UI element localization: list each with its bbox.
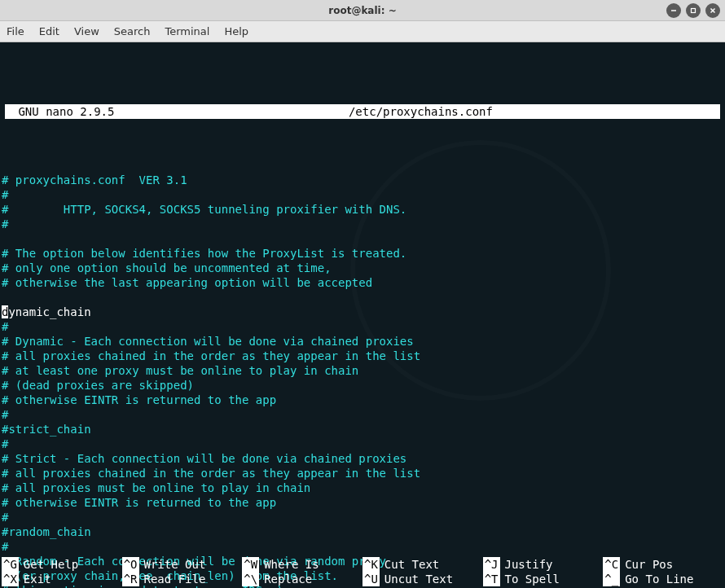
file-line: # <box>2 407 723 422</box>
window-titlebar: root@kali: ~ <box>0 0 725 21</box>
file-line: # proxychains.conf VER 3.1 <box>2 173 723 187</box>
nano-shortcut-label: Write Out <box>144 557 206 572</box>
nano-file-content[interactable]: # proxychains.conf VER 3.1## HTTP, SOCKS… <box>0 163 725 588</box>
nano-shortcut: ^\Replace <box>242 572 362 586</box>
nano-shortcut-label: To Spell <box>505 572 560 586</box>
menu-terminal[interactable]: Terminal <box>165 25 209 37</box>
terminal-area[interactable]: GNU nano 2.9.5 /etc/proxychains.conf # p… <box>0 42 725 588</box>
nano-shortcut-key: ^O <box>122 557 139 572</box>
nano-shortcut-key: ^G <box>2 557 19 572</box>
nano-header-bar: GNU nano 2.9.5 /etc/proxychains.conf <box>5 104 720 119</box>
file-line: # otherwise the last appearing option wi… <box>2 275 723 290</box>
file-line <box>2 290 723 305</box>
file-line: # otherwise EINTR is returned to the app <box>2 393 723 407</box>
file-line: # The option below identifies how the Pr… <box>2 246 723 261</box>
file-line: # HTTP, SOCKS4, SOCKS5 tunneling proxifi… <box>2 202 723 217</box>
svg-rect-1 <box>692 9 696 13</box>
nano-shortcut: ^GGet Help <box>2 557 122 572</box>
nano-shortcut: ^XExit <box>2 572 122 586</box>
file-line <box>2 231 723 246</box>
file-line: # <box>2 187 723 202</box>
close-button[interactable] <box>705 3 720 18</box>
nano-shortcut: ^TTo Spell <box>483 572 604 586</box>
nano-shortcut: ^KCut Text <box>362 557 483 572</box>
nano-shortcut: ^WWhere Is <box>242 557 362 572</box>
nano-shortcut-label: Justify <box>505 557 553 572</box>
nano-shortcut-key: ^T <box>483 572 500 586</box>
window-title: root@kali: ~ <box>328 5 396 16</box>
file-line: #strict_chain <box>2 422 723 437</box>
nano-shortcut-label: Read File <box>144 572 206 586</box>
nano-shortcut-label: Uncut Text <box>384 572 453 586</box>
menu-view[interactable]: View <box>74 25 99 37</box>
nano-shortcut-key: ^X <box>2 572 19 586</box>
nano-shortcut-label: Where Is <box>264 557 319 572</box>
file-line: # all proxies chained in the order as th… <box>2 466 723 480</box>
nano-shortcut-label: Replace <box>264 572 312 586</box>
nano-shortcut-key: ^_ <box>603 572 620 586</box>
nano-shortcut-bar: ^GGet Help^OWrite Out^WWhere Is^KCut Tex… <box>0 557 725 588</box>
menu-help[interactable]: Help <box>224 25 248 37</box>
menu-edit[interactable]: Edit <box>39 25 59 37</box>
file-line: # <box>2 217 723 231</box>
nano-app-version: GNU nano 2.9.5 <box>8 104 125 119</box>
file-line: # <box>2 319 723 334</box>
nano-shortcut-key: ^\ <box>242 572 259 586</box>
maximize-button[interactable] <box>686 3 701 18</box>
file-line: #random_chain <box>2 524 723 539</box>
menu-file[interactable]: File <box>7 25 24 37</box>
nano-shortcut: ^CCur Pos <box>603 557 723 572</box>
nano-shortcut: ^_Go To Line <box>603 572 723 586</box>
nano-shortcut-key: ^U <box>362 572 380 586</box>
nano-shortcut-key: ^R <box>122 572 139 586</box>
file-line: # only one option should be uncommented … <box>2 261 723 275</box>
file-line: # at least one proxy must be online to p… <box>2 363 723 378</box>
minimize-button[interactable] <box>666 3 681 18</box>
nano-shortcut: ^JJustify <box>483 557 604 572</box>
nano-shortcut: ^RRead File <box>122 572 243 586</box>
nano-shortcut-label: Exit <box>24 572 51 586</box>
file-line: # Strict - Each connection will be done … <box>2 451 723 466</box>
menu-search[interactable]: Search <box>114 25 151 37</box>
file-line: # Dynamic - Each connection will be done… <box>2 334 723 349</box>
nano-shortcut-key: ^W <box>242 557 259 572</box>
file-line: # all proxies chained in the order as th… <box>2 349 723 363</box>
file-line: # <box>2 437 723 451</box>
file-line: # <box>2 510 723 524</box>
file-line: # (dead proxies are skipped) <box>2 378 723 393</box>
file-line: dynamic_chain <box>2 305 723 319</box>
file-line: # otherwise EINTR is returned to the app <box>2 495 723 510</box>
nano-shortcut-label: Cur Pos <box>625 557 673 572</box>
file-line: # <box>2 539 723 554</box>
nano-shortcut-key: ^C <box>603 557 620 572</box>
nano-shortcut-label: Go To Line <box>625 572 693 586</box>
nano-filename: /etc/proxychains.conf <box>125 104 717 119</box>
nano-shortcut: ^OWrite Out <box>122 557 243 572</box>
window-controls <box>666 3 720 18</box>
nano-shortcut-label: Get Help <box>24 557 78 572</box>
menubar: File Edit View Search Terminal Help <box>0 21 725 42</box>
file-line-text: ynamic_chain <box>8 305 90 318</box>
nano-shortcut-label: Cut Text <box>384 557 439 572</box>
file-line: # all proxies must be online to play in … <box>2 480 723 495</box>
nano-shortcut-key: ^J <box>483 557 500 572</box>
nano-shortcut: ^UUncut Text <box>362 572 483 586</box>
nano-shortcut-key: ^K <box>362 557 380 572</box>
